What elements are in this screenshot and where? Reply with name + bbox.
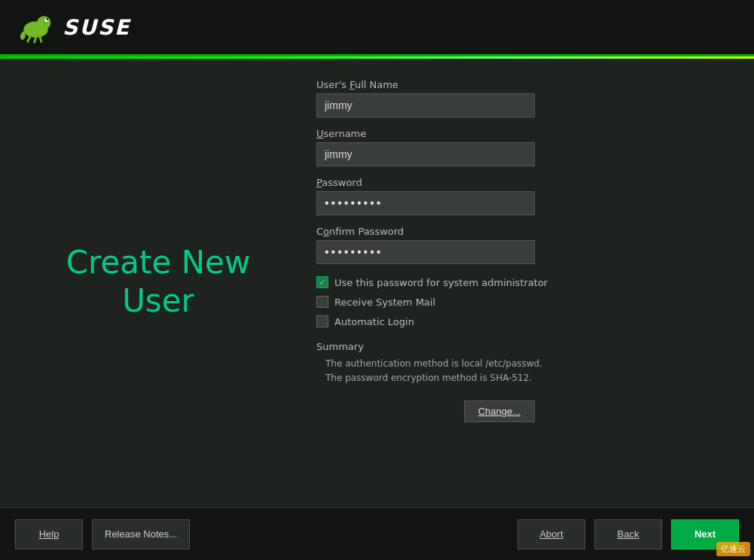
summary-line2: The password encryption method is SHA-51… xyxy=(325,371,739,385)
admin-checkbox[interactable]: ✓ xyxy=(316,276,328,288)
suse-chameleon-icon xyxy=(15,11,56,44)
password-group: Password xyxy=(316,177,739,215)
checkbox-group: ✓ Use this password for system administr… xyxy=(316,276,739,327)
change-button-label: Change... xyxy=(478,406,520,417)
autologin-checkbox[interactable] xyxy=(316,315,328,327)
mail-checkbox[interactable] xyxy=(316,296,328,308)
release-notes-label: Release Notes... xyxy=(105,528,177,540)
password-input[interactable] xyxy=(316,191,535,215)
autologin-checkbox-label: Automatic Login xyxy=(334,316,414,327)
main-content: Create NewUser User's Full Name Username… xyxy=(0,56,754,507)
admin-check-icon: ✓ xyxy=(319,277,326,288)
header: SUSE xyxy=(0,0,754,56)
username-label: Username xyxy=(316,128,739,139)
back-button[interactable]: Back xyxy=(594,519,662,549)
release-notes-button[interactable]: Release Notes... xyxy=(92,519,190,549)
footer-right-buttons: Abort Back Next xyxy=(517,519,739,549)
admin-checkbox-label: Use this password for system administrat… xyxy=(334,277,548,288)
svg-line-4 xyxy=(28,36,31,41)
help-button-label: Help xyxy=(39,528,60,540)
confirm-password-input[interactable] xyxy=(316,240,535,264)
suse-brand-text: SUSE xyxy=(63,15,130,40)
full-name-label: User's Full Name xyxy=(316,79,739,90)
left-panel: Create NewUser xyxy=(0,79,316,485)
summary-title: Summary xyxy=(316,341,739,352)
svg-line-5 xyxy=(35,38,36,42)
username-group: Username xyxy=(316,128,739,166)
abort-button-label: Abort xyxy=(539,528,563,540)
confirm-password-label: Confirm Password xyxy=(316,226,739,237)
next-button-label: Next xyxy=(694,528,716,540)
page-title: Create NewUser xyxy=(66,244,251,320)
password-label: Password xyxy=(316,177,739,188)
footer-left-buttons: Help Release Notes... xyxy=(15,519,190,549)
svg-point-3 xyxy=(46,18,48,20)
full-name-group: User's Full Name xyxy=(316,79,739,117)
suse-logo: SUSE xyxy=(15,11,130,44)
full-name-input[interactable] xyxy=(316,93,535,117)
username-input[interactable] xyxy=(316,142,535,166)
right-panel: User's Full Name Username Password Confi… xyxy=(316,79,754,422)
mail-checkbox-label: Receive System Mail xyxy=(334,297,435,308)
change-button[interactable]: Change... xyxy=(464,400,535,422)
mail-checkbox-item[interactable]: Receive System Mail xyxy=(316,296,739,308)
watermark: 亿速云 xyxy=(716,542,750,556)
footer: Help Release Notes... Abort Back Next xyxy=(0,507,754,560)
abort-button[interactable]: Abort xyxy=(517,519,585,549)
help-button[interactable]: Help xyxy=(15,519,83,549)
summary-text: The authentication method is local /etc/… xyxy=(325,357,739,385)
admin-checkbox-item[interactable]: ✓ Use this password for system administr… xyxy=(316,276,739,288)
back-button-label: Back xyxy=(618,528,640,540)
confirm-password-group: Confirm Password xyxy=(316,226,739,264)
autologin-checkbox-item[interactable]: Automatic Login xyxy=(316,315,739,327)
summary-line1: The authentication method is local /etc/… xyxy=(325,357,739,371)
summary-section: Summary The authentication method is loc… xyxy=(316,341,739,422)
svg-line-6 xyxy=(40,36,41,41)
